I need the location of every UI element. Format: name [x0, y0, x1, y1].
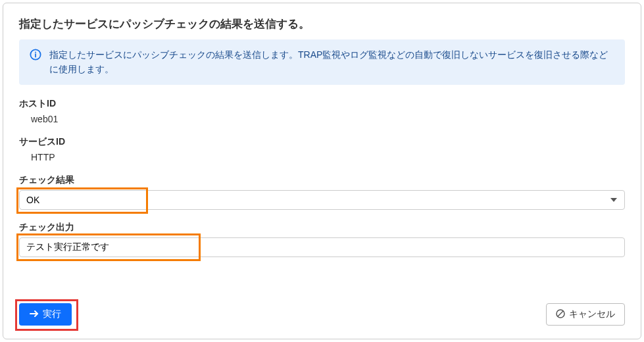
arrow-right-icon	[30, 309, 39, 320]
info-text: 指定したサービスにパッシブチェックの結果を送信します。TRAP監視やログ監視など…	[49, 47, 614, 77]
service-id-value: HTTP	[19, 152, 625, 162]
host-id-value: web01	[19, 114, 625, 124]
service-id-label: サービスID	[19, 136, 625, 148]
info-box: 指定したサービスにパッシブチェックの結果を送信します。TRAP監視やログ監視など…	[19, 39, 625, 85]
host-id-label: ホストID	[19, 98, 625, 110]
check-result-group: チェック結果 OK	[19, 174, 625, 210]
check-result-select-wrapper: OK	[19, 190, 625, 210]
button-row: 実行 キャンセル	[19, 303, 625, 326]
svg-line-5	[558, 311, 563, 316]
check-output-group: チェック出力	[19, 222, 625, 257]
cancel-button[interactable]: キャンセル	[546, 303, 625, 326]
cancel-button-label: キャンセル	[569, 308, 615, 320]
check-result-select[interactable]: OK	[19, 190, 625, 210]
check-output-input[interactable]	[19, 237, 625, 257]
check-output-label: チェック出力	[19, 222, 625, 233]
execute-button-label: 実行	[43, 308, 61, 320]
passive-check-panel: 指定したサービスにパッシブチェックの結果を送信する。 指定したサービスにパッシブ…	[3, 3, 641, 339]
info-icon	[30, 49, 41, 61]
host-id-group: ホストID web01	[19, 98, 625, 124]
panel-title: 指定したサービスにパッシブチェックの結果を送信する。	[19, 16, 625, 32]
cancel-icon	[556, 309, 565, 320]
execute-button[interactable]: 実行	[19, 303, 72, 326]
check-result-label: チェック結果	[19, 174, 625, 186]
service-id-group: サービスID HTTP	[19, 136, 625, 162]
